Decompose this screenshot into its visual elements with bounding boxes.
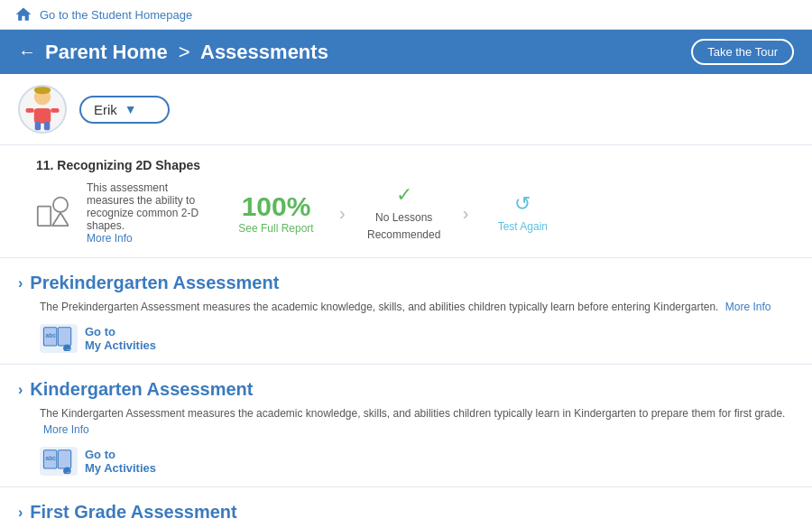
- user-dropdown[interactable]: Erik ▼: [79, 96, 170, 124]
- shapes-icon: [36, 195, 69, 227]
- shapes-more-info-link[interactable]: More Info: [87, 232, 133, 245]
- score-section: 100% See Full Report: [231, 191, 321, 235]
- breadcrumb-current: Assessments: [200, 41, 328, 63]
- main-content: Erik ▼ 11. Recognizing 2D Shapes This as…: [0, 74, 812, 528]
- first-grade-assessment-section: › First Grade Assessment: [0, 487, 812, 528]
- activities-book-icon: abc →: [42, 326, 75, 351]
- kinder-assessment-header[interactable]: › Kindergarten Assessment: [18, 379, 794, 400]
- shapes-icon-area: [36, 195, 69, 231]
- preK-go-label: Go to: [85, 325, 156, 338]
- preK-expand-icon[interactable]: ›: [18, 275, 23, 292]
- replay-icon: ↺: [486, 192, 558, 216]
- preK-assessment-title: Prekindergarten Assessment: [30, 273, 279, 293]
- check-icon: ✓: [364, 183, 445, 207]
- header-left: ← Parent Home > Assessments: [18, 41, 328, 64]
- kinder-go-label: Go to: [85, 448, 156, 461]
- svg-rect-7: [38, 207, 51, 227]
- shapes-row: This assessment measures the ability to …: [36, 181, 794, 245]
- preK-more-info-link[interactable]: More Info: [725, 301, 771, 313]
- shapes-assessment: 11. Recognizing 2D Shapes This assessmen…: [0, 145, 812, 258]
- shapes-desc-text: This assessment measures the ability to …: [87, 181, 198, 232]
- student-homepage-link[interactable]: Go to the Student Homepage: [40, 8, 192, 22]
- preK-desc-text: The Prekindergarten Assessment measures …: [40, 301, 718, 313]
- svg-rect-6: [51, 108, 59, 113]
- svg-point-8: [53, 198, 68, 212]
- svg-rect-11: [58, 328, 70, 346]
- kinder-activities-book-icon: abc →: [42, 449, 75, 474]
- preK-go-activities: abc → Go to My Activities: [40, 324, 794, 353]
- breadcrumb-home: Parent Home: [45, 41, 168, 63]
- chevron-down-icon: ▼: [125, 102, 137, 116]
- test-again-link[interactable]: Test Again: [498, 220, 548, 233]
- breadcrumb-separator: >: [179, 41, 190, 63]
- separator-chevron-2: ›: [463, 203, 469, 224]
- svg-rect-2: [34, 108, 51, 124]
- home-icon: [14, 5, 32, 23]
- separator-chevron-1: ›: [339, 203, 346, 224]
- preK-activities-label: My Activities: [85, 338, 156, 352]
- svg-rect-5: [25, 108, 33, 113]
- back-arrow-icon[interactable]: ←: [18, 42, 36, 62]
- svg-text:abc: abc: [46, 332, 57, 338]
- shapes-assessment-title: 11. Recognizing 2D Shapes: [36, 158, 794, 172]
- user-selector: Erik ▼: [0, 74, 812, 145]
- avatar: [18, 85, 67, 134]
- svg-text:→: →: [65, 346, 70, 351]
- svg-marker-9: [52, 213, 69, 226]
- kinder-assessment-title: Kindergarten Assessment: [30, 379, 253, 400]
- take-tour-button[interactable]: Take the Tour: [691, 39, 794, 65]
- preK-description: The Prekindergarten Assessment measures …: [40, 299, 794, 315]
- score-value: 100%: [242, 191, 311, 221]
- user-name: Erik: [94, 102, 117, 117]
- kinder-assessment-section: › Kindergarten Assessment The Kindergart…: [0, 365, 812, 487]
- kinder-desc-text: The Kindergarten Assessment measures the…: [40, 407, 785, 420]
- test-again-section: ↺ Test Again: [486, 192, 558, 234]
- no-lessons-text: No LessonsRecommended: [367, 211, 440, 241]
- no-lessons-section: ✓ No LessonsRecommended: [364, 183, 445, 242]
- kinder-activities-label: My Activities: [85, 461, 156, 475]
- kinder-expand-icon[interactable]: ›: [18, 382, 23, 398]
- svg-rect-16: [58, 450, 70, 468]
- svg-rect-4: [44, 122, 50, 130]
- preK-assessment-header[interactable]: › Prekindergarten Assessment: [18, 273, 794, 293]
- preK-assessment-section: › Prekindergarten Assessment The Prekind…: [0, 258, 812, 365]
- header: ← Parent Home > Assessments Take the Tou…: [0, 30, 812, 74]
- kinder-activities-icon: abc →: [40, 447, 78, 476]
- header-title: Parent Home > Assessments: [45, 41, 328, 64]
- first-grade-assessment-header[interactable]: › First Grade Assessment: [18, 502, 794, 523]
- preK-activities-icon: abc →: [40, 324, 78, 353]
- first-grade-expand-icon[interactable]: ›: [18, 505, 23, 521]
- kinder-description: The Kindergarten Assessment measures the…: [40, 405, 794, 438]
- svg-text:abc: abc: [46, 455, 57, 461]
- see-full-report-link[interactable]: See Full Report: [231, 222, 321, 235]
- kinder-go-activities: abc → Go to My Activities: [40, 447, 794, 476]
- avatar-image: [23, 87, 62, 132]
- shapes-description: This assessment measures the ability to …: [87, 181, 213, 245]
- kinder-more-info-link[interactable]: More Info: [43, 423, 89, 436]
- svg-text:→: →: [65, 468, 70, 474]
- svg-rect-3: [35, 122, 41, 130]
- preK-go-link[interactable]: Go to My Activities: [85, 325, 156, 352]
- kinder-go-link[interactable]: Go to My Activities: [85, 448, 156, 475]
- top-bar: Go to the Student Homepage: [0, 0, 812, 30]
- first-grade-assessment-title: First Grade Assessment: [30, 502, 236, 523]
